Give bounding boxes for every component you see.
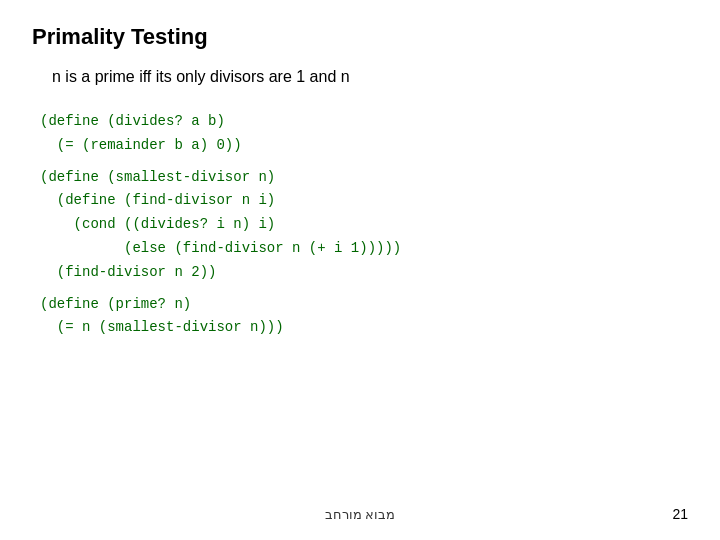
code-block: (define (divides? a b) (= (remainder b a…: [40, 110, 688, 340]
footer-text: מבוא מורחב: [325, 507, 396, 522]
slide: Primality Testing n is a prime iff its o…: [0, 0, 720, 540]
code-line-6: (else (find-divisor n (+ i 1))))): [40, 237, 688, 261]
footer: מבוא מורחב: [0, 507, 720, 522]
code-line-3: (define (smallest-divisor n): [40, 166, 688, 190]
slide-title: Primality Testing: [32, 24, 688, 50]
code-line-7: (find-divisor n 2)): [40, 261, 688, 285]
code-line-2: (= (remainder b a) 0)): [40, 134, 688, 158]
code-line-9: (= n (smallest-divisor n))): [40, 316, 688, 340]
page-number: 21: [672, 506, 688, 522]
code-line-4: (define (find-divisor n i): [40, 189, 688, 213]
code-line-1: (define (divides? a b): [40, 110, 688, 134]
slide-subtitle: n is a prime iff its only divisors are 1…: [52, 68, 688, 86]
code-line-8: (define (prime? n): [40, 293, 688, 317]
code-line-5: (cond ((divides? i n) i): [40, 213, 688, 237]
